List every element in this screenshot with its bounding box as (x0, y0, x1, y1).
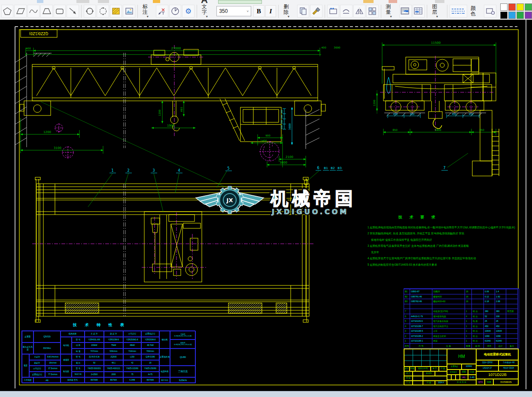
swatch-black[interactable] (500, 12, 508, 19)
bom-cell (472, 294, 484, 299)
angle-measure-tool[interactable] (169, 5, 181, 18)
bom-cell (506, 318, 518, 324)
drawing-canvas[interactable]: QZZ0(1Z0) (0, 19, 532, 391)
dim-900: 900 (265, 134, 271, 137)
swatch-white[interactable] (500, 3, 508, 11)
bom-cell: 25 (484, 318, 495, 324)
bom-cell: 16 (465, 289, 472, 294)
spec-cell: YWZ5-315/90 (123, 366, 141, 372)
copy-icon[interactable] (297, 5, 309, 18)
bom-cell (404, 304, 410, 309)
bom-cell: 1 (465, 309, 472, 314)
ribbon-fragment (153, 0, 160, 3)
callout-b3: B3 (337, 167, 341, 170)
bom-cell: 电 器 (472, 318, 484, 324)
measure-button[interactable]: 测量▼ (383, 4, 399, 18)
dim-offr: 400 (321, 46, 326, 49)
notes-title: 技 术 要 求 (398, 215, 516, 220)
spec-cell: 706r/min (141, 349, 159, 355)
note-line: 5 起重机的制造应符合GB/T14405-93 技术条件的有关要求 (368, 263, 516, 267)
swatch-blue[interactable] (508, 12, 516, 19)
hatch-tool[interactable] (110, 5, 122, 18)
bom-cell: 组 合 (472, 333, 484, 339)
spec-cell: 减速器 (61, 354, 72, 366)
bold-button[interactable]: B (253, 5, 264, 17)
bom-cell: 1071D229-6 (410, 318, 432, 324)
spec-cell: 200kW (85, 342, 104, 349)
bom-cell: A4N10-C-79 (410, 314, 432, 319)
layer-button[interactable]: 图层▼ (429, 4, 445, 18)
spec-cell: QJR-D280 (141, 354, 159, 360)
color-palette (500, 3, 532, 19)
spline-tool[interactable] (27, 5, 40, 18)
annotate-button[interactable]: 标注▼ (140, 4, 156, 18)
tb-cell: 工 艺 (404, 381, 413, 385)
swatch-red[interactable] (508, 3, 516, 11)
bom-cell (495, 304, 506, 309)
swatch-dark-green[interactable] (517, 12, 524, 19)
bom-cell (410, 304, 432, 309)
tb-cell: 115062 (462, 364, 476, 370)
callout-4: 4 (178, 169, 180, 173)
spec-cell: YZR250M1-8 (123, 337, 141, 343)
italic-button[interactable]: I (265, 5, 277, 17)
swatch-purple[interactable] (525, 12, 532, 19)
note-tool[interactable] (327, 5, 339, 18)
delete-button[interactable]: 删除▼ (280, 4, 297, 18)
trapezoid-tool[interactable] (40, 5, 52, 18)
linetype-icon[interactable] (450, 5, 467, 18)
export-image-icon[interactable] (399, 5, 411, 18)
coordinate-dim-tool[interactable] (156, 5, 168, 18)
spec-cell: A6 (33, 377, 61, 383)
bom-cell: 2.88 (495, 299, 506, 304)
rounded-rect-tool[interactable] (54, 5, 66, 18)
tb-cell: 5MB (485, 379, 493, 385)
bom-cell (472, 289, 484, 294)
array-tool[interactable] (366, 5, 378, 18)
bom-cell: 组 合 (472, 338, 484, 343)
font-size-select[interactable]: 350˅ (216, 6, 251, 16)
pentagon-tool[interactable] (1, 5, 13, 18)
tb-cell (447, 375, 451, 380)
dim-settings-gear-icon[interactable]: ⚙ (182, 5, 194, 18)
callout-6: 6 (317, 166, 319, 170)
group-tool[interactable] (484, 5, 496, 18)
spec-cell: 9.8/3.4m/min (45, 354, 61, 360)
bom-cell (472, 299, 484, 304)
swatch-green[interactable] (525, 3, 532, 11)
spec-cell: 525KN (170, 377, 196, 383)
parallelogram-tool[interactable] (14, 5, 26, 18)
ellipse-tool[interactable] (97, 5, 109, 18)
text-button[interactable]: 文字▼ (199, 4, 215, 18)
color-label: 颜色 (471, 6, 481, 16)
tb-cell: 重量 (460, 370, 468, 375)
insert-image-tool[interactable] (123, 5, 135, 18)
bom-cell (410, 309, 432, 314)
color-button[interactable]: 颜色 (468, 6, 484, 16)
export-table-icon[interactable] (413, 5, 425, 18)
technical-notes: 技 术 要 求 1.起重机供电按现场由车间电缆卷筒对轨道侧供电,在一般环境中电压… (368, 215, 516, 273)
note-line: 4.起重机安全尺寸位置与用户厂房净空相符起重机限位开关的位置可靠 并且固定牢靠无… (368, 256, 516, 260)
mirror-tool[interactable] (353, 5, 365, 18)
watermark: JX 机械帝国 机械帝国 JXDIGUO.COM JXDIGUO.COM (193, 182, 406, 218)
bom-cell: 1071D22B-1 (410, 338, 432, 343)
offset-tool[interactable] (340, 5, 352, 18)
swatch-yellow[interactable] (517, 3, 524, 11)
tb-cell: 标记 (404, 367, 410, 371)
dim-1400: 1400 (260, 139, 267, 142)
spec-cell: YWZ5-500/201 (85, 366, 104, 372)
spec-cell: YWZ5-400/121 (104, 366, 123, 372)
line-arrow-tool[interactable] (67, 5, 79, 18)
dim-s1: 300 (281, 110, 283, 114)
tb-cell: 标准化 (423, 371, 435, 376)
bom-cell: 10644 (484, 328, 495, 333)
bom-cell: 380 (484, 309, 495, 314)
tb-cell: 审 核 (404, 376, 413, 381)
bom-cell (465, 304, 472, 309)
bom-cell: 组 合 (472, 309, 484, 314)
tb-cell: LK(m)= 27 (476, 366, 499, 371)
bom-cell: B1 (404, 289, 410, 294)
circle-tool[interactable] (84, 5, 96, 18)
font-size-value: 350 (219, 8, 228, 14)
format-painter-icon[interactable] (310, 5, 322, 18)
